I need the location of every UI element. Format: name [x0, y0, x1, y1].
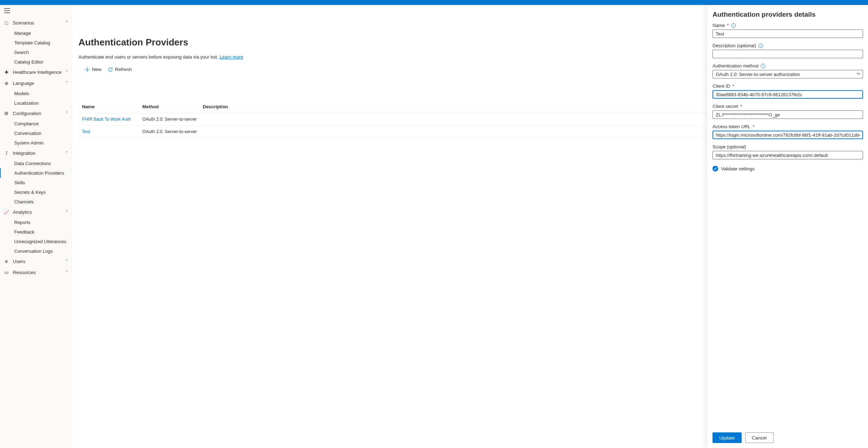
nav-item-channels[interactable]: Channels [0, 197, 72, 207]
client-secret-input[interactable] [713, 110, 863, 119]
nav-item-models[interactable]: Models [0, 89, 72, 98]
validate-settings: Validate settings [713, 166, 863, 171]
validate-label: Validate settings [721, 166, 754, 171]
hamburger-button[interactable] [0, 5, 72, 17]
nav-item-authentication-providers[interactable]: Authentication Providers [0, 168, 72, 178]
group-icon: ✚ [4, 70, 9, 75]
panel-title: Authentication providers details [713, 11, 863, 18]
refresh-icon [108, 67, 113, 72]
chevron-icon: ˅ [66, 259, 68, 264]
details-panel: Authentication providers details Name * … [708, 5, 868, 448]
row-name-link[interactable]: FHIR Back To Work Auth [82, 117, 142, 122]
client-id-label: Client ID * [713, 83, 863, 89]
method-select-value[interactable] [713, 70, 863, 78]
nav-group-analytics[interactable]: 📈Analytics˄ [0, 207, 72, 218]
chevron-icon: ˄ [66, 209, 68, 215]
new-button-label: New [92, 67, 102, 72]
col-header-name[interactable]: Name [82, 104, 142, 109]
name-label: Name * i [713, 23, 863, 28]
nav-item-system-admin[interactable]: System Admin [0, 138, 72, 148]
nav-group-integration[interactable]: ⤴Integration˄ [0, 148, 72, 159]
token-url-label: Access token URL * [713, 124, 863, 129]
learn-more-link[interactable]: Learn more [219, 54, 243, 60]
chevron-down-icon [856, 71, 861, 77]
description-label: Description (optional) i [713, 43, 863, 48]
group-icon: ⤴ [4, 151, 9, 156]
sidebar: ◻Scenarios˄ManageTemplate CatalogSearchC… [0, 5, 72, 448]
nav-item-unrecognized-utterances[interactable]: Unrecognized Utterances [0, 237, 72, 246]
group-icon: ◻ [4, 20, 9, 26]
group-title: Language [13, 81, 34, 86]
client-id-input[interactable] [713, 90, 863, 99]
group-icon: ⚙ [4, 111, 9, 116]
update-button[interactable]: Update [713, 432, 742, 443]
group-title: Healthcare Intelligence [13, 70, 61, 75]
nav-item-search[interactable]: Search [0, 48, 72, 57]
chevron-icon: ˄ [66, 81, 68, 86]
refresh-button-label: Refresh [115, 67, 132, 72]
col-header-method[interactable]: Method [142, 104, 203, 109]
top-bar [0, 0, 868, 5]
scope-input[interactable] [713, 151, 863, 159]
client-secret-label: Client secret * [713, 104, 863, 109]
group-title: Configuration [13, 111, 41, 116]
nav-item-template-catalog[interactable]: Template Catalog [0, 38, 72, 48]
group-title: Analytics [13, 209, 32, 215]
nav-group-scenarios[interactable]: ◻Scenarios˄ [0, 17, 72, 28]
method-label: Authentication method i [713, 63, 863, 69]
nav-item-conversation-logs[interactable]: Conversation Logs [0, 246, 72, 256]
nav-item-secrets-&-keys[interactable]: Secrets & Keys [0, 187, 72, 197]
nav-item-reports[interactable]: Reports [0, 218, 72, 227]
token-url-input[interactable] [713, 131, 863, 139]
nav-item-conversation[interactable]: Conversation [0, 129, 72, 138]
info-icon[interactable]: i [760, 64, 765, 69]
chevron-icon: ˅ [66, 270, 68, 275]
group-icon: ☣ [4, 259, 9, 264]
nav-item-data-connections[interactable]: Data Connections [0, 159, 72, 168]
chevron-icon: ˄ [66, 151, 68, 156]
nav-item-feedback[interactable]: Feedback [0, 227, 72, 237]
group-title: Resources [13, 270, 36, 275]
group-title: Scenarios [13, 20, 34, 26]
svg-text:i: i [763, 64, 763, 68]
nav-item-catalog-editor[interactable]: Catalog Editor [0, 57, 72, 67]
cancel-button[interactable]: Cancel [745, 432, 774, 443]
svg-text:i: i [733, 24, 734, 27]
nav-group-resources[interactable]: ▭Resources˅ [0, 267, 72, 278]
nav-item-manage[interactable]: Manage [0, 28, 72, 38]
nav-group-healthcare-intelligence[interactable]: ✚Healthcare Intelligence˅ [0, 67, 72, 78]
nav-group-users[interactable]: ☣Users˅ [0, 256, 72, 267]
info-icon[interactable]: i [758, 43, 763, 48]
group-icon: ⊕ [4, 81, 9, 86]
group-icon: ▭ [4, 270, 9, 275]
page-subtitle-text: Authenticate end users or servers before… [78, 54, 219, 60]
scope-label: Scope (optional) [713, 144, 863, 149]
method-select[interactable] [713, 70, 863, 78]
menu-icon [4, 8, 10, 13]
svg-text:i: i [760, 44, 761, 48]
nav-item-skills[interactable]: Skills [0, 178, 72, 187]
new-button[interactable]: New [85, 67, 102, 72]
group-title: Users [13, 259, 25, 264]
nav-item-compliance[interactable]: Compliance [0, 119, 72, 129]
group-icon: 📈 [4, 209, 9, 215]
row-name-link[interactable]: Test [82, 129, 142, 134]
refresh-button[interactable]: Refresh [108, 67, 132, 72]
nav-group-configuration[interactable]: ⚙Configuration˄ [0, 108, 72, 119]
chevron-icon: ˄ [66, 111, 68, 116]
name-input[interactable] [713, 29, 863, 38]
nav-group-language[interactable]: ⊕Language˄ [0, 78, 72, 89]
plus-icon [85, 67, 90, 72]
checkmark-icon [713, 166, 718, 171]
description-input[interactable] [713, 50, 863, 58]
info-icon[interactable]: i [731, 23, 736, 28]
nav-item-localization[interactable]: Localization [0, 98, 72, 108]
row-method: OAuth 2.0: Server-to-server [142, 129, 203, 134]
chevron-icon: ˅ [66, 70, 68, 75]
row-method: OAuth 2.0: Server-to-server [142, 117, 203, 122]
group-title: Integration [13, 151, 36, 156]
chevron-icon: ˄ [66, 20, 68, 26]
